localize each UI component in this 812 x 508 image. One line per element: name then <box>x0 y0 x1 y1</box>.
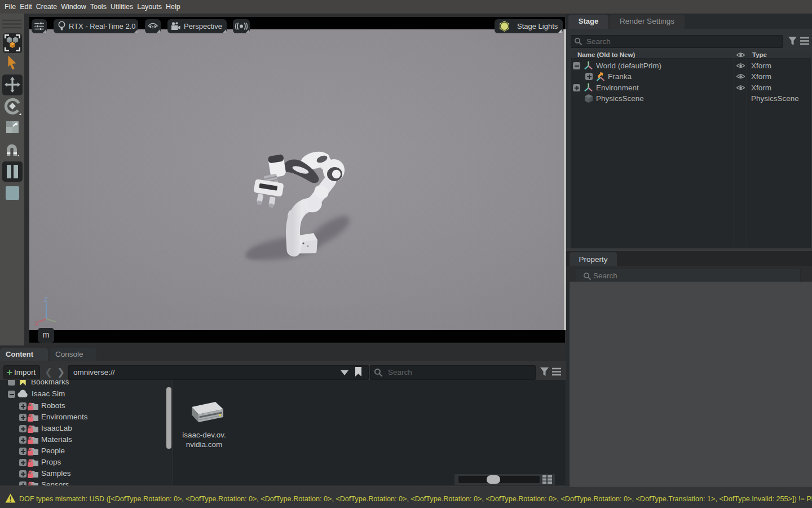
svg-text:X: X <box>34 320 39 328</box>
svg-text:Z: Z <box>44 296 48 304</box>
